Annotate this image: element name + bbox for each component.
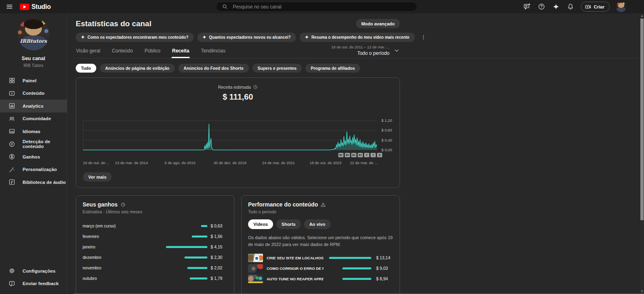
search-input[interactable]: [232, 4, 414, 10]
video-row[interactable]: CRIE SEU SITE EM LOCALHOST USANDO...$ 13…: [248, 252, 393, 263]
tab-tendencias[interactable]: Tendências: [201, 48, 226, 58]
hamburger-icon: [6, 3, 13, 10]
video-bar-zone: [327, 267, 371, 269]
earnings-bar-zone: [143, 277, 207, 279]
scrollbar-down-arrow-icon[interactable]: [641, 290, 643, 292]
chart-plot-area[interactable]: 9+9+9+9+776: [83, 119, 377, 153]
x-axis-label: 12 de mar. de ...: [350, 161, 378, 165]
sidebar-item-deteccao-de-conteudo[interactable]: Detecção de conteúdo: [0, 138, 67, 151]
suggestion-chip-label: Quantos espectadores novos eu alcancei?: [209, 35, 291, 40]
video-bar-zone: [327, 278, 371, 280]
earnings-value: $ 0,63: [211, 223, 228, 228]
metric-label: Receita estimada: [218, 85, 251, 90]
y-axis-label: $ 0,80: [381, 128, 392, 132]
y-axis-label: $ 0,40: [381, 138, 392, 142]
create-button[interactable]: Criar: [581, 2, 610, 12]
suggestion-chip-3[interactable]: ✦Resuma o desempenho do meu vídeo mais r…: [300, 33, 415, 42]
channel-avatar[interactable]: IRBtutors: [17, 18, 50, 50]
sidebar-item-conteudo[interactable]: Conteúdo: [0, 87, 67, 100]
video-thumbnail: [248, 264, 263, 273]
sidebar-item-painel[interactable]: Painel: [0, 74, 67, 87]
filter-chip-anuncios-de-pagina-de-exibicao[interactable]: Anúncios de página de exibição: [100, 64, 175, 73]
content-icon: [8, 90, 15, 97]
sidebar-item-comunidade[interactable]: Comunidade: [0, 113, 67, 125]
notifications-button[interactable]: [566, 2, 575, 11]
sidebar-item-analytics[interactable]: Analytics: [0, 100, 67, 113]
clock-icon: [120, 202, 126, 207]
vertical-scrollbar[interactable]: [640, 13, 644, 294]
sidebar-item-configuracoes[interactable]: Configurações: [0, 265, 67, 277]
hamburger-menu-button[interactable]: [5, 2, 14, 11]
tab-conteudo[interactable]: Conteúdo: [112, 48, 133, 58]
earnings-bar-zone: [143, 246, 207, 248]
sidebar-item-ganhos[interactable]: Ganhos: [0, 150, 67, 163]
tabs-bar: Visão geralConteúdoPúblicoReceitaTendênc…: [76, 44, 640, 58]
earnings-card-title: Seus ganhos: [83, 201, 118, 208]
main-content: Estatísticas do canal Modo avançado ✦Com…: [67, 13, 644, 294]
channel-label: Seu canal: [22, 56, 45, 61]
video-row[interactable]: AUTO TUNE NO REAPER APRENDA A CA...$ 8,9…: [248, 273, 393, 284]
sidebar-item-label: Comunidade: [23, 116, 51, 121]
x-axis-label: 18 de out. de ...: [83, 161, 110, 165]
sidebar-item-label: Enviar feedback: [23, 281, 59, 286]
bell-icon: [567, 3, 574, 10]
filter-chip-tudo[interactable]: Tudo: [76, 64, 96, 73]
see-more-button[interactable]: Ver mais: [83, 172, 112, 181]
filter-chip-anuncios-do-feed-dos-shorts[interactable]: Anúncios do Feed dos Shorts: [178, 64, 249, 73]
video-row[interactable]: COMO CORRIGIR O ERRO DE MIDIA OFF...$ 9,…: [248, 263, 393, 273]
filter-chip-programa-de-afiliados[interactable]: Programa de afiliados: [305, 64, 360, 73]
date-period-text: Todo o período: [331, 50, 389, 56]
tab-receita[interactable]: Receita: [172, 48, 190, 58]
video-title: CRIE SEU SITE EM LOCALHOST USANDO...: [267, 256, 323, 260]
x-axis-label: 30 de dez. de 2018: [213, 161, 246, 165]
youtube-studio-logo[interactable]: Studio: [20, 3, 51, 10]
scrollbar-thumb[interactable]: [640, 19, 644, 220]
video-value: $ 13,14: [376, 255, 393, 260]
performance-card-subtitle: Todo o período: [248, 209, 393, 214]
y-axis-label: $ 1,20: [381, 118, 392, 123]
earnings-value: $ 2,02: [211, 265, 228, 270]
sparkle-icon: ✦: [203, 35, 206, 40]
filter-chip-supers-e-presentes[interactable]: Supers e presentes: [253, 64, 302, 73]
sidebar-item-enviar-feedback[interactable]: Enviar feedback: [0, 277, 67, 290]
help-button[interactable]: [537, 2, 546, 11]
x-axis-label: 24 de mai. de 2021: [262, 161, 295, 165]
sidebar-item-idiomas[interactable]: Idiomas: [0, 125, 67, 138]
chart-marker-badge: 9+: [338, 153, 344, 157]
chart-marker-badge: 6: [377, 153, 382, 157]
suggestion-chip-2[interactable]: ✦Quantos espectadores novos eu alcancei?: [197, 33, 296, 42]
help-icon: [538, 3, 545, 10]
chart-marker-badge: 7: [371, 153, 376, 157]
earnings-bar: [192, 236, 207, 238]
date-range-picker[interactable]: 18 de out. de 2011 – 12 de mar. ... Todo…: [331, 45, 400, 56]
sidebar-item-biblioteca-de-audio[interactable]: Biblioteca de áudio: [0, 176, 67, 189]
youtube-studio-app: Studio Criar IRBtutors Seu canal: [0, 0, 644, 294]
sidebar-menu: PainelConteúdoAnalyticsComunidadeIdiomas…: [0, 74, 67, 189]
performance-tab-videos[interactable]: Vídeos: [248, 219, 273, 229]
messages-button[interactable]: [523, 2, 531, 11]
tab-publico[interactable]: Público: [144, 48, 161, 58]
more-suggestions-button[interactable]: [420, 34, 427, 41]
performance-card: Performance do conteúdo Todo o período V…: [241, 195, 400, 294]
channel-search[interactable]: [216, 2, 417, 12]
suggestion-chip-1[interactable]: ✦Como os espectadores encontraram meu co…: [76, 33, 194, 42]
scrollbar-up-arrow-icon[interactable]: [641, 15, 643, 17]
copyright-icon: [8, 141, 15, 148]
tab-visao-geral[interactable]: Visão geral: [76, 48, 101, 58]
video-value: $ 9,03: [376, 266, 393, 271]
gear-icon: [8, 267, 15, 274]
performance-tab-ao-vivo[interactable]: Ao vivo: [304, 219, 331, 229]
earnings-row: janeiro$ 4,15: [83, 242, 228, 252]
earnings-month-label: dezembro: [83, 255, 143, 260]
dollar-icon: [8, 153, 15, 160]
sidebar-item-label: Configurações: [23, 269, 56, 273]
dashboard-icon: [8, 77, 15, 84]
performance-tab-shorts[interactable]: Shorts: [276, 219, 301, 229]
audio-icon: [8, 179, 15, 186]
earnings-bar-zone: [143, 267, 207, 269]
advanced-mode-button[interactable]: Modo avançado: [356, 19, 400, 28]
account-avatar[interactable]: [616, 2, 626, 12]
sidebar-item-personalizacao[interactable]: Personalização: [0, 163, 67, 176]
chevron-down-icon: [393, 47, 400, 54]
ai-assist-button[interactable]: [552, 2, 560, 11]
